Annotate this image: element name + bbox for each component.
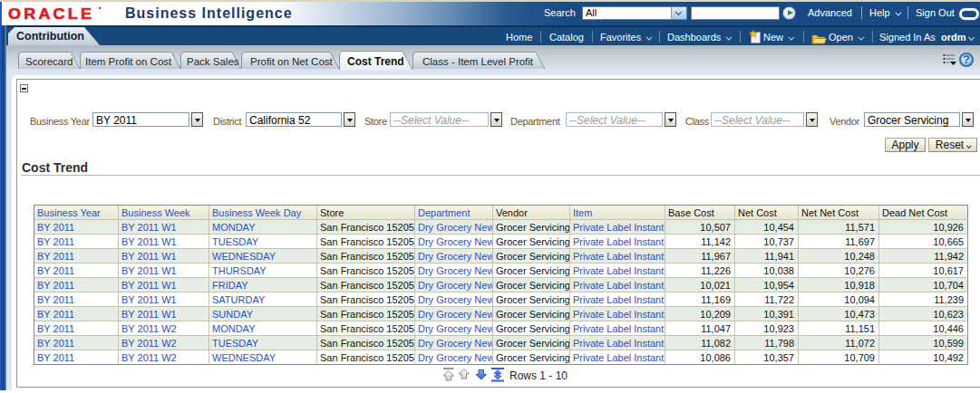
svg-text:Class - Item Level Profit: Class - Item Level Profit [422, 56, 534, 67]
svg-text:Scorecard: Scorecard [25, 56, 73, 67]
svg-text:Pack Sales: Pack Sales [187, 56, 239, 67]
svg-text:Cost Trend: Cost Trend [347, 55, 404, 68]
svg-text:Item Profit on Cost: Item Profit on Cost [85, 56, 172, 67]
svg-text:Rows 1 - 10: Rows 1 - 10 [509, 369, 568, 382]
svg-text:Profit on Net Cost: Profit on Net Cost [250, 56, 334, 67]
